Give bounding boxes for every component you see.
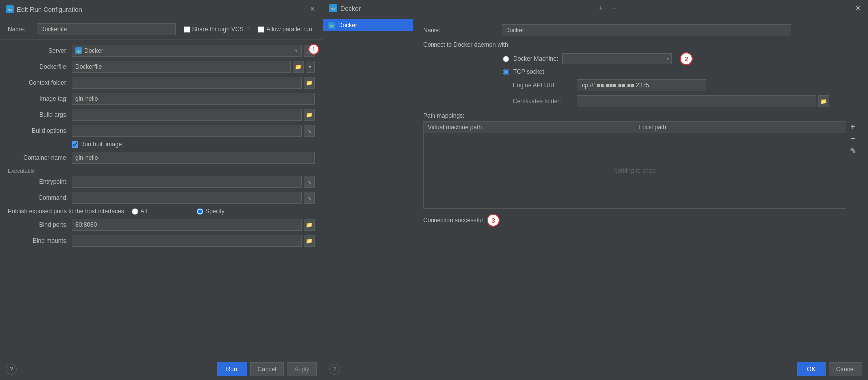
right-footer-buttons: OK Cancel [797,362,862,376]
close-button[interactable]: × [308,4,317,15]
panel-title: 🐳 Edit Run Configuration [6,5,82,13]
image-tag-label: Image tag: [8,95,68,102]
name-input[interactable] [37,23,176,35]
publish-specify-label[interactable]: Specify [197,208,256,215]
name-row: Name: Share through VCS ? Allow parallel… [0,19,323,40]
path-mappings-section: Path mappings: Virtual machine path Loca… [423,112,858,209]
build-args-folder-button[interactable]: 📁 [304,109,315,121]
container-name-field-group [72,152,315,164]
context-folder-field-group: 📁 [72,77,315,89]
connect-section: Connect to Docker daemon with: [423,41,858,48]
certificates-folder-input[interactable] [577,95,816,107]
publish-all-radio[interactable] [132,208,138,215]
run-button[interactable]: Run [217,362,247,376]
bind-ports-row: Bind ports: 📁 [8,219,315,231]
docker-machine-select[interactable] [562,53,672,64]
local-path-col: Local path [635,122,846,133]
dockerfile-row: Dockerfile: 📁 ▼ [8,61,315,73]
connect-label: Connect to Docker daemon with: [423,41,510,48]
dockerfile-label: Dockerfile: [8,63,68,70]
container-name-row: Container name: [8,152,315,164]
command-input[interactable] [72,192,302,204]
run-built-image-checkbox[interactable] [72,141,78,148]
table-remove-button[interactable]: − [847,133,858,144]
dockerfile-folder-button[interactable]: 📁 [293,61,304,73]
share-vcs-checkbox[interactable] [184,26,190,33]
add-button[interactable]: + [596,3,606,13]
build-options-input[interactable] [72,125,302,137]
entrypoint-label: Entrypoint: [8,178,68,185]
right-header: 🐳 Docker + − × [323,0,868,17]
tcp-socket-row: TCP socket [503,68,858,75]
help-button[interactable]: ? [6,364,17,375]
entrypoint-expand-button[interactable]: ⤡ [304,176,315,188]
right-cancel-button[interactable]: Cancel [829,362,862,376]
engine-api-url-row: Engine API URL: [513,79,858,91]
publish-all-label[interactable]: All [132,208,192,215]
command-expand-button[interactable]: ⤡ [304,192,315,204]
allow-parallel-checkbox[interactable] [258,26,264,33]
tcp-socket-label: TCP socket [513,68,544,75]
build-args-row: Build args: 📁 [8,109,315,121]
badge-2: 2 [680,52,693,65]
bind-ports-input[interactable] [72,219,302,231]
entrypoint-input[interactable] [72,176,302,188]
share-vcs-label[interactable]: Share through VCS ? [184,26,250,33]
bind-ports-folder-button[interactable]: 📁 [304,219,315,231]
engine-api-url-input[interactable] [577,79,706,91]
right-header-title: 🐳 Docker [329,4,361,12]
right-name-input[interactable] [502,24,791,36]
container-name-input[interactable] [72,152,315,164]
cancel-button[interactable]: Cancel [250,362,284,376]
entrypoint-row: Entrypoint: ⤡ [8,176,315,188]
left-panel: 🐳 Edit Run Configuration × Name: Share t… [0,0,323,380]
right-help-button[interactable]: ? [329,364,340,375]
sidebar-docker-icon: 🐳 [328,22,335,29]
path-mappings-header: Path mappings: [423,112,858,119]
image-tag-row: Image tag: [8,93,315,105]
apply-button[interactable]: Apply [287,362,317,376]
badge-3: 3 [487,214,500,227]
build-options-expand-button[interactable]: ⤡ [304,125,315,137]
panel-title-text: Edit Run Configuration [17,6,82,13]
remove-button[interactable]: − [608,3,619,13]
run-built-image-label[interactable]: Run built image [72,141,132,148]
table-edit-button[interactable]: ✎ [847,145,858,156]
certificates-folder-button[interactable]: 📁 [818,95,829,107]
bind-mounts-label: Bind mounts: [8,237,68,244]
image-tag-input[interactable] [72,93,315,105]
dockerfile-input[interactable] [72,61,291,73]
form-body: Server: 🐳 Docker ▼ ... 1 Dockerfile: 📁 ▼ [0,40,323,358]
bind-mounts-folder-button[interactable]: 📁 [304,235,315,247]
certs-folder-group: 📁 [577,95,829,107]
dockerfile-dropdown-button[interactable]: ▼ [306,61,315,73]
server-docker-icon: 🐳 [75,47,82,54]
command-field-group: ⤡ [72,192,315,204]
bind-ports-field-group: 📁 [72,219,315,231]
docker-machine-radio[interactable] [503,56,509,62]
ok-button[interactable]: OK [797,362,825,376]
allow-parallel-label[interactable]: Allow parallel run [258,26,312,33]
toolbar-buttons: + − [596,3,619,13]
table-add-button[interactable]: + [847,121,858,132]
radio-group: Docker Machine: ▼ 2 TCP socket [503,52,858,75]
table-wrapper: Virtual machine path Local path Nothing … [423,121,858,209]
nothing-to-show: Nothing to show [424,133,846,208]
right-close-button[interactable]: × [854,3,862,14]
context-folder-row: Context folder: 📁 [8,77,315,89]
publish-ports-options: All Specify [132,208,256,215]
server-dropdown-arrow: ▼ [294,49,298,53]
publish-specify-radio[interactable] [197,208,203,215]
context-folder-input[interactable] [72,77,302,89]
image-tag-field-group [72,93,315,105]
build-options-label: Build options: [8,127,68,134]
bind-mounts-field-group: 📁 [72,235,315,247]
sidebar-item-docker[interactable]: 🐳 Docker [323,19,413,31]
right-footer: ? OK Cancel [323,358,868,380]
connection-status-text: Connection successful [423,217,483,224]
tcp-socket-radio[interactable] [503,69,509,75]
name-label: Name: [8,26,33,33]
bind-mounts-input[interactable] [72,235,302,247]
build-args-input[interactable] [72,109,302,121]
context-folder-button[interactable]: 📁 [304,77,315,89]
